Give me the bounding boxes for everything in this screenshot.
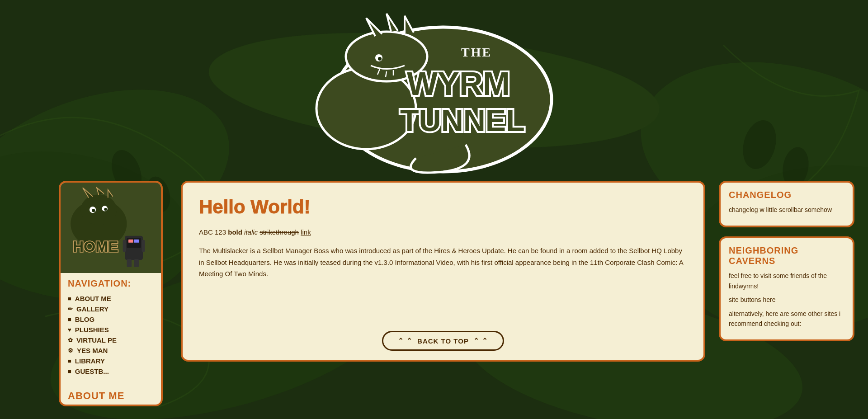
neighboring-caverns-title: NEIGHBORING CAVERNS bbox=[729, 245, 844, 266]
main-content: Hello World! ABC 123 bold italic striket… bbox=[172, 181, 714, 362]
svg-rect-34 bbox=[134, 240, 139, 243]
nav-icon-blog: ■ bbox=[68, 316, 71, 323]
nav-item-virtual-pe[interactable]: ✿ VIRTUAL PE bbox=[68, 335, 154, 345]
changelog-title: CHANGELOG bbox=[729, 190, 844, 200]
nav-item-plushies[interactable]: ♥ PLUSHIES bbox=[68, 325, 154, 335]
post-title: Hello World! bbox=[199, 196, 687, 218]
neighboring-caverns-body: feel free to visit some friends of the l… bbox=[729, 271, 844, 329]
nav-item-guestbook[interactable]: ■ GUESTB... bbox=[68, 366, 154, 377]
svg-text:TUNNEL: TUNNEL bbox=[400, 103, 525, 137]
sidebar-right: CHANGELOG changelog w little scrollbar s… bbox=[714, 181, 868, 341]
back-to-top-button[interactable]: ⌃ ⌃ BACK TO TOP ⌃ ⌃ bbox=[382, 331, 504, 351]
content-card: Hello World! ABC 123 bold italic striket… bbox=[181, 181, 705, 362]
nav-icon-library: ■ bbox=[68, 358, 71, 364]
about-me-section: ABOUT ME bbox=[61, 387, 161, 405]
logo-container[interactable]: THE WYRM TUNNEL bbox=[307, 5, 561, 176]
svg-rect-38 bbox=[134, 259, 139, 267]
nav-icon-gallery: ✏ bbox=[68, 306, 73, 312]
nav-item-blog[interactable]: ■ BLOG bbox=[68, 314, 154, 325]
svg-rect-33 bbox=[128, 240, 133, 243]
svg-point-25 bbox=[80, 194, 117, 225]
about-me-title: ABOUT ME bbox=[61, 387, 161, 405]
nav-icon-virtual-pe: ✿ bbox=[68, 337, 73, 344]
header: THE WYRM TUNNEL bbox=[0, 0, 868, 181]
post-body: The Multislacker is a Sellbot Manager Bo… bbox=[199, 245, 687, 280]
back-to-top-arrow-left: ⌃ ⌃ bbox=[398, 337, 413, 345]
svg-text:WYRM: WYRM bbox=[407, 66, 510, 102]
back-to-top-label: BACK TO TOP bbox=[417, 337, 469, 345]
nav-item-yes-man[interactable]: ⚙ YES MAN bbox=[68, 345, 154, 356]
home-illustration: HOME bbox=[61, 183, 161, 273]
changelog-card: CHANGELOG changelog w little scrollbar s… bbox=[719, 181, 854, 227]
svg-text:THE: THE bbox=[461, 45, 492, 59]
sidebar-left: HOME NAVIGATION: bbox=[0, 181, 172, 406]
nav-item-about-me[interactable]: ■ ABOUT ME bbox=[68, 293, 154, 304]
post-link[interactable]: link bbox=[301, 228, 311, 236]
post-subtitle: ABC 123 bold italic strikethrough link bbox=[199, 227, 687, 238]
nav-item-gallery[interactable]: ✏ GALLERY bbox=[68, 304, 154, 314]
changelog-body: changelog w little scrollbar somehow bbox=[729, 205, 844, 215]
nav-icon-plushies: ♥ bbox=[68, 326, 71, 333]
svg-point-29 bbox=[104, 208, 107, 211]
nav-icon-guestbook: ■ bbox=[68, 368, 71, 375]
nav-icon-about-me: ■ bbox=[68, 295, 71, 302]
svg-rect-37 bbox=[127, 259, 132, 267]
nav-icon-yes-man: ⚙ bbox=[68, 347, 73, 354]
nav-item-library[interactable]: ■ LIBRARY bbox=[68, 356, 154, 366]
nav-section: NAVIGATION: ■ ABOUT ME ✏ GALLERY ■ BLOG bbox=[61, 273, 161, 384]
nav-title: NAVIGATION: bbox=[68, 278, 154, 289]
svg-rect-35 bbox=[123, 240, 126, 252]
svg-text:HOME: HOME bbox=[73, 238, 118, 255]
sidebar-card: HOME NAVIGATION: bbox=[59, 181, 163, 406]
svg-point-27 bbox=[92, 209, 95, 212]
svg-rect-36 bbox=[142, 240, 145, 252]
svg-rect-32 bbox=[127, 238, 141, 248]
neighboring-caverns-card: NEIGHBORING CAVERNS feel free to visit s… bbox=[719, 236, 854, 341]
svg-point-16 bbox=[378, 57, 382, 61]
back-to-top-arrow-right: ⌃ ⌃ bbox=[473, 337, 488, 345]
